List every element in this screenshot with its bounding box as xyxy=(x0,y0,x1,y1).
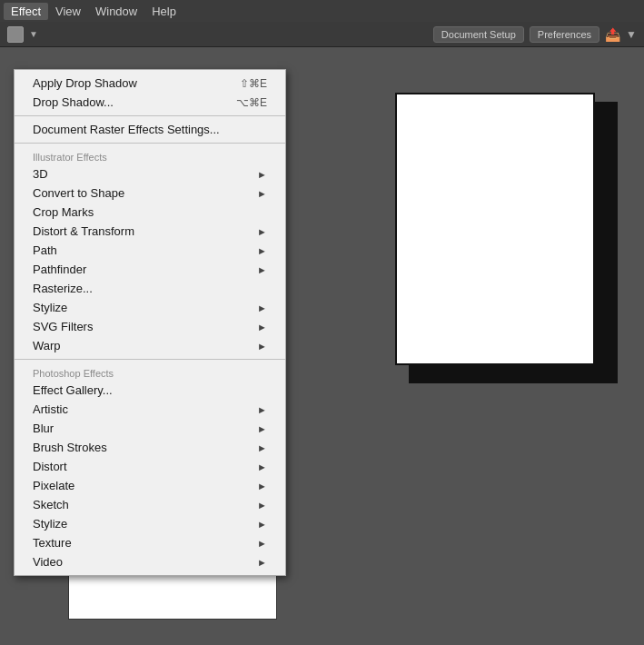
menu-item-distort[interactable]: Distort ► xyxy=(15,457,285,476)
menu-item-video[interactable]: Video ► xyxy=(15,552,285,571)
section-photoshop-label: Photoshop Effects xyxy=(15,363,285,381)
preferences-button[interactable]: Preferences xyxy=(530,26,599,43)
color-swatch[interactable] xyxy=(7,26,24,43)
swatch-arrow[interactable]: ▼ xyxy=(29,29,38,39)
menu-item-doc-raster[interactable]: Document Raster Effects Settings... xyxy=(15,120,285,139)
effect-dropdown-menu: Apply Drop Shadow ⇧⌘E Drop Shadow... ⌥⌘E… xyxy=(14,69,286,576)
separator-2 xyxy=(15,143,285,144)
menu-item-rasterize[interactable]: Rasterize... xyxy=(15,279,285,298)
menubar-item-window[interactable]: Window xyxy=(88,3,144,20)
menubar: Effect View Window Help xyxy=(0,0,644,22)
menu-item-pixelate[interactable]: Pixelate ► xyxy=(15,476,285,495)
menu-item-brush-strokes[interactable]: Brush Strokes ► xyxy=(15,438,285,457)
menu-item-drop-shadow[interactable]: Drop Shadow... ⌥⌘E xyxy=(15,93,285,112)
menubar-item-effect[interactable]: Effect xyxy=(4,3,48,20)
menu-item-crop-marks[interactable]: Crop Marks xyxy=(15,203,285,222)
menu-item-svg-filters[interactable]: SVG Filters ► xyxy=(15,317,285,336)
menu-item-path[interactable]: Path ► xyxy=(15,241,285,260)
canvas-page-2 xyxy=(395,93,595,365)
menubar-item-help[interactable]: Help xyxy=(144,3,183,20)
menu-item-stylize-photoshop[interactable]: Stylize ► xyxy=(15,514,285,533)
menu-item-convert-to-shape[interactable]: Convert to Shape ► xyxy=(15,184,285,203)
menu-item-warp[interactable]: Warp ► xyxy=(15,336,285,355)
arrange-arrow[interactable]: ▼ xyxy=(626,28,637,41)
menu-item-effect-gallery[interactable]: Effect Gallery... xyxy=(15,381,285,400)
menu-item-3d[interactable]: 3D ► xyxy=(15,164,285,184)
section-illustrator-label: Illustrator Effects xyxy=(15,147,285,164)
menu-item-apply-drop-shadow[interactable]: Apply Drop Shadow ⇧⌘E xyxy=(15,74,285,93)
document-setup-button[interactable]: Document Setup xyxy=(433,26,524,43)
menu-item-blur[interactable]: Blur ► xyxy=(15,419,285,438)
separator-1 xyxy=(15,115,285,116)
canvas-area: Apply Drop Shadow ⇧⌘E Drop Shadow... ⌥⌘E… xyxy=(0,47,644,645)
share-icon[interactable]: 📤 xyxy=(605,27,620,42)
separator-3 xyxy=(15,359,285,360)
menu-item-pathfinder[interactable]: Pathfinder ► xyxy=(15,260,285,279)
menu-item-sketch[interactable]: Sketch ► xyxy=(15,495,285,514)
menu-item-distort-transform[interactable]: Distort & Transform ► xyxy=(15,222,285,241)
menu-item-stylize-illustrator[interactable]: Stylize ► xyxy=(15,298,285,317)
menu-item-artistic[interactable]: Artistic ► xyxy=(15,400,285,419)
menubar-item-view[interactable]: View xyxy=(48,3,88,20)
toolbar: ▼ Document Setup Preferences 📤 ▼ xyxy=(0,22,644,47)
menu-item-texture[interactable]: Texture ► xyxy=(15,533,285,552)
